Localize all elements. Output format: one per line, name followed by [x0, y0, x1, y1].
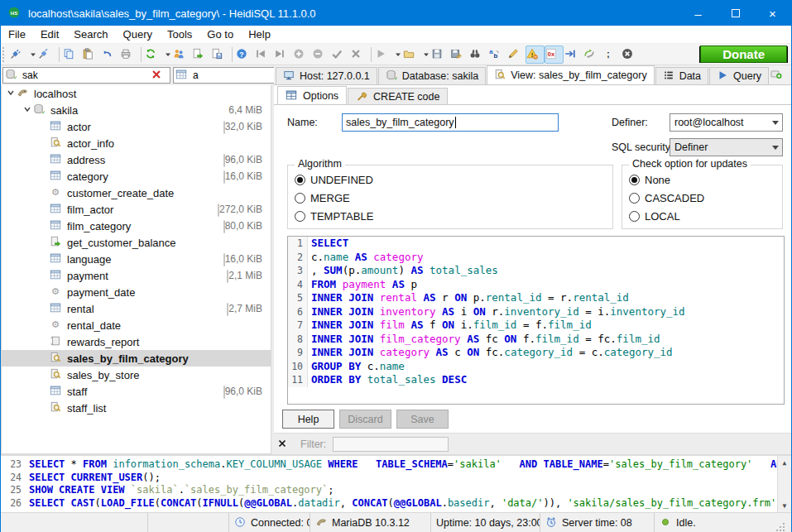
first-button[interactable] [254, 46, 273, 64]
tab-database-sakila[interactable]: ✓Database: sakila [378, 67, 486, 84]
algorithm-radio-temptable[interactable]: TEMPTABLE [288, 207, 612, 225]
tab-view-sales-by-film-category[interactable]: View: sales_by_film_category [487, 65, 654, 84]
minimize-button[interactable]: – [679, 1, 717, 26]
log-scrollbar[interactable]: ▲ ▼ [777, 456, 791, 512]
find-button[interactable] [468, 46, 487, 64]
refresh-button[interactable] [144, 46, 163, 64]
user-manager-button[interactable] [172, 46, 191, 64]
tree-item-rental-date[interactable]: ⚙rental_date [2, 317, 271, 333]
tree-item-film-actor[interactable]: film_actor272,0 KiB [2, 201, 271, 218]
reformat-icon [507, 48, 521, 61]
paste-button[interactable] [81, 46, 100, 64]
donate-button[interactable]: Donate [699, 46, 788, 63]
discard-button[interactable]: Discard [339, 410, 391, 429]
save-as-button[interactable] [449, 46, 468, 64]
run-dropdown-caret[interactable] [393, 46, 402, 64]
tree-item-sakila[interactable]: ✓sakila6,4 MiB [2, 102, 271, 118]
save-button[interactable] [430, 46, 449, 64]
tree-item-actor[interactable]: actor32,0 KiB [2, 118, 271, 135]
last-button[interactable] [273, 46, 292, 64]
print-button[interactable] [119, 46, 138, 64]
check-option-radio-none[interactable]: None [622, 170, 782, 189]
replace-button[interactable]: ab [487, 46, 506, 64]
tab-host-127-0-0-1[interactable]: Host: 127.0.0.1 [276, 67, 377, 84]
view-name-input[interactable]: sales_by_film_category [342, 113, 559, 132]
open-file-button[interactable] [402, 46, 421, 64]
tree-item-localhost[interactable]: localhost [2, 85, 271, 102]
help-button[interactable]: Help [282, 410, 334, 429]
algorithm-radio-merge[interactable]: MERGE [288, 189, 612, 207]
scroll-down-icon[interactable]: ▼ [783, 499, 787, 512]
reformat-button[interactable] [506, 46, 526, 64]
tab-data[interactable]: Data [655, 67, 708, 84]
remove-button[interactable] [311, 46, 330, 64]
help-button[interactable]: ? [235, 46, 254, 64]
cancel-button[interactable] [349, 46, 368, 64]
menu-item-edit[interactable]: Edit [33, 26, 66, 43]
tree-item-actor-info[interactable]: actor_info [2, 135, 271, 151]
algorithm-radio-undefined[interactable]: UNDEFINED [288, 170, 612, 189]
save-button[interactable]: Save [396, 410, 449, 429]
tree-item-sales-by-film-category[interactable]: sales_by_film_category [2, 350, 271, 367]
close-button[interactable]: × [754, 1, 791, 26]
tree-item-category[interactable]: category16,0 KiB [2, 168, 271, 185]
check-option-radio-local[interactable]: LOCAL [622, 207, 782, 225]
refresh-dropdown-caret[interactable] [163, 46, 172, 64]
view-select-editor[interactable]: 1SELECT2c.name AS category3, SUM(p.amoun… [287, 236, 785, 405]
bind-params-button[interactable]: ! [526, 46, 545, 64]
tree-item-rental[interactable]: rental2,7 MiB [2, 300, 271, 317]
undo-button[interactable] [100, 46, 119, 64]
tree-item-payment-date[interactable]: ⚙payment_date [2, 284, 271, 300]
database-filter-input[interactable] [22, 69, 151, 81]
subtab-options[interactable]: Options [277, 86, 347, 104]
tree-item-label: payment [67, 270, 196, 282]
tree-item-get-customer-balance[interactable]: get_customer_balance [2, 234, 271, 251]
tree-item-staff[interactable]: staff96,0 KiB [2, 383, 271, 400]
hex-view-button[interactable]: 0x [545, 46, 564, 64]
tree-item-language[interactable]: language16,0 KiB [2, 251, 271, 267]
subtab-create-code[interactable]: CREATE code [348, 88, 448, 104]
export-button[interactable] [191, 46, 210, 64]
resize-grip[interactable] [775, 521, 786, 532]
tab-query[interactable]: Query [709, 67, 769, 84]
size-cell: 96,0 KiB [196, 384, 269, 399]
menu-item-help[interactable]: Help [241, 26, 278, 43]
tree-item-payment[interactable]: payment2,1 MiB [2, 267, 271, 284]
new-window-button[interactable] [37, 46, 56, 64]
menu-item-file[interactable]: File [1, 26, 33, 43]
menu-item-search[interactable]: Search [66, 26, 115, 43]
chevron-expanded-icon[interactable] [5, 89, 17, 98]
new-query-tab-button[interactable] [770, 65, 789, 84]
session-manager-button[interactable] [9, 46, 28, 64]
maximize-button[interactable] [717, 1, 754, 26]
insert-files-button[interactable] [210, 46, 229, 64]
filter-input[interactable] [333, 437, 449, 452]
clear-database-filter-icon[interactable] [151, 69, 164, 82]
tree-item-address[interactable]: address96,0 KiB [2, 151, 271, 168]
check-option-radio-cascaded[interactable]: CASCADED [622, 189, 782, 207]
tree-item-staff-list[interactable]: staff_list [2, 400, 271, 416]
session-manager-dropdown-caret[interactable] [28, 46, 37, 64]
chevron-expanded-icon[interactable] [22, 105, 33, 115]
open-file-dropdown-caret[interactable] [421, 46, 430, 64]
tree-item-sales-by-store[interactable]: sales_by_store [2, 367, 271, 383]
delimiter-button[interactable]: ; [602, 46, 621, 64]
run-button[interactable] [374, 46, 393, 64]
toolbar-grip[interactable] [2, 47, 7, 62]
apply-button[interactable] [330, 46, 349, 64]
stop-button[interactable] [621, 46, 640, 64]
copy-button[interactable] [62, 46, 81, 64]
next-query-button[interactable] [564, 46, 583, 64]
tree-item-customer-create-date[interactable]: ⚙customer_create_date [2, 185, 271, 201]
menu-item-tools[interactable]: Tools [160, 26, 199, 43]
definer-combobox[interactable]: root@localhost [670, 113, 783, 132]
close-filter-icon[interactable] [274, 438, 295, 451]
tree-item-rewards-report[interactable]: rewards_report [2, 333, 271, 350]
menu-item-go-to[interactable]: Go to [199, 26, 241, 43]
sql-security-combobox[interactable]: Definer [670, 138, 783, 156]
tree-item-film-category[interactable]: film_category80,0 KiB [2, 218, 271, 234]
reconnect-button[interactable] [583, 46, 602, 64]
add-button[interactable] [292, 46, 311, 64]
menu-item-query[interactable]: Query [116, 26, 160, 43]
scroll-up-icon[interactable]: ▲ [783, 456, 787, 469]
